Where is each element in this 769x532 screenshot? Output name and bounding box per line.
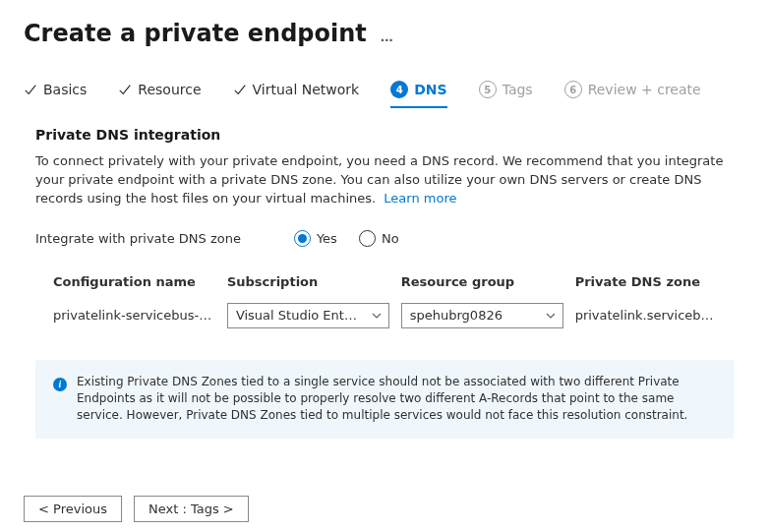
col-subscription: Subscription — [227, 274, 389, 289]
tab-vnet-label: Virtual Network — [253, 82, 360, 97]
subscription-value: Visual Studio Enterpr… — [236, 308, 365, 323]
radio-yes-label: Yes — [317, 231, 337, 246]
info-text: Existing Private DNS Zones tied to a sin… — [77, 374, 716, 425]
section-description: To connect privately with your private e… — [35, 152, 734, 208]
more-actions-button[interactable]: … — [381, 24, 394, 44]
resource-group-dropdown[interactable]: spehubrg0826 — [401, 303, 563, 328]
wizard-tabs: Basics Resource Virtual Network 4 DNS 5 … — [24, 81, 745, 109]
radio-circle-icon — [294, 230, 311, 247]
radio-no-label: No — [382, 231, 399, 246]
tab-dns-label: DNS — [414, 82, 446, 97]
tab-review-label: Review + create — [588, 82, 701, 97]
page-title: Create a private endpoint — [24, 20, 367, 47]
cell-config-name: privatelink-servicebus-wi… — [53, 308, 215, 323]
cell-dns-zone: privatelink.servicebus.win… — [575, 308, 716, 323]
tab-resource[interactable]: Resource — [118, 81, 201, 108]
step-number-icon: 6 — [564, 81, 582, 98]
chevron-down-icon — [371, 310, 383, 322]
info-icon-wrap: i — [53, 374, 67, 425]
learn-more-link[interactable]: Learn more — [384, 191, 456, 206]
radio-yes[interactable]: Yes — [294, 230, 337, 247]
chevron-down-icon — [545, 310, 557, 322]
tab-dns[interactable]: 4 DNS — [390, 81, 446, 108]
config-table: Configuration name Subscription Resource… — [35, 274, 734, 328]
next-button[interactable]: Next : Tags > — [134, 496, 249, 522]
previous-button[interactable]: < Previous — [24, 496, 122, 522]
radio-dot-icon — [298, 234, 307, 243]
tab-resource-label: Resource — [138, 82, 201, 97]
radio-no[interactable]: No — [359, 230, 399, 247]
tab-virtual-network[interactable]: Virtual Network — [233, 81, 360, 108]
table-row: privatelink-servicebus-wi… Visual Studio… — [53, 301, 716, 328]
integrate-radio-group: Yes No — [294, 230, 399, 247]
subscription-dropdown[interactable]: Visual Studio Enterpr… — [227, 303, 389, 328]
tab-review[interactable]: 6 Review + create — [564, 81, 701, 108]
tab-basics-label: Basics — [43, 82, 87, 97]
col-dns-zone: Private DNS zone — [575, 274, 716, 289]
integrate-row: Integrate with private DNS zone Yes No — [35, 230, 734, 247]
step-number-icon: 4 — [390, 81, 408, 98]
radio-circle-icon — [359, 230, 376, 247]
integrate-label: Integrate with private DNS zone — [35, 231, 241, 246]
tab-basics[interactable]: Basics — [24, 81, 87, 108]
tab-tags-label: Tags — [503, 82, 533, 97]
config-header-row: Configuration name Subscription Resource… — [53, 274, 716, 301]
page-header: Create a private endpoint … — [24, 20, 745, 47]
section-heading: Private DNS integration — [35, 127, 734, 143]
tab-tags[interactable]: 5 Tags — [479, 81, 533, 108]
info-callout: i Existing Private DNS Zones tied to a s… — [35, 360, 734, 439]
resource-group-value: spehubrg0826 — [410, 308, 503, 323]
wizard-footer: < Previous Next : Tags > — [24, 496, 745, 522]
col-config-name: Configuration name — [53, 274, 215, 289]
step-number-icon: 5 — [479, 81, 497, 98]
col-resource-group: Resource group — [401, 274, 563, 289]
dns-section: Private DNS integration To connect priva… — [24, 109, 745, 439]
info-icon: i — [53, 378, 67, 391]
